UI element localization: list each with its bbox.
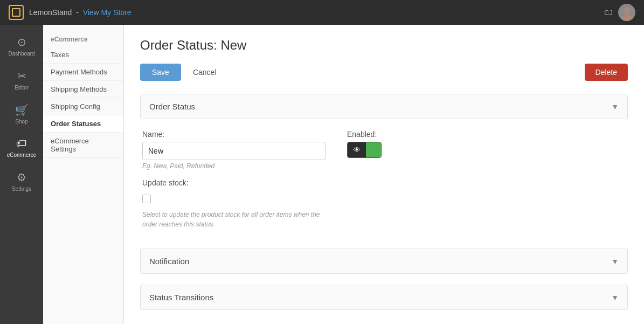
sidenav: ⊙ Dashboard ✂ Editor 🛒 Shop 🏷 eCommerce … (0, 25, 43, 324)
subnav-item-shipping-methods[interactable]: Shipping Methods (43, 81, 123, 98)
notification-section-header[interactable]: Notification ▼ (140, 249, 628, 274)
subnav-item-taxes[interactable]: Taxes (43, 46, 123, 64)
topbar-right: CJ (604, 4, 635, 21)
sidenav-label-shop: Shop (15, 119, 27, 125)
enabled-label: Enabled: (347, 130, 382, 139)
sidenav-item-dashboard[interactable]: ⊙ Dashboard (0, 30, 43, 62)
subnav-section-title: eCommerce (43, 30, 123, 46)
topbar-left: LemonStand - View My Store (9, 5, 131, 20)
topbar: LemonStand - View My Store CJ (0, 0, 644, 25)
notification-section-title: Notification (149, 257, 189, 266)
editor-icon: ✂ (17, 70, 26, 82)
name-group: Name: Eg. New, Paid, Refunded (142, 130, 326, 170)
action-bar: Save Cancel Delete (140, 64, 628, 81)
sidenav-label-editor: Editor (15, 85, 29, 91)
subnav-item-shipping-config[interactable]: Shipping Config (43, 98, 123, 115)
action-bar-left: Save Cancel (140, 64, 224, 81)
order-status-section-header[interactable]: Order Status ▼ (140, 94, 628, 119)
shop-icon: 🛒 (15, 104, 29, 116)
subnav-item-payment-methods[interactable]: Payment Methods (43, 64, 123, 81)
sidenav-label-dashboard: Dashboard (9, 51, 35, 57)
sidenav-item-ecommerce[interactable]: 🏷 eCommerce (0, 132, 43, 163)
name-hint: Eg. New, Paid, Refunded (142, 162, 326, 170)
order-status-form: Name: Eg. New, Paid, Refunded Enabled: 👁 (140, 130, 628, 249)
status-transitions-section-header[interactable]: Status Transitions ▼ (140, 285, 628, 310)
delete-button[interactable]: Delete (585, 64, 628, 81)
svg-point-0 (623, 7, 631, 15)
sidenav-item-editor[interactable]: ✂ Editor (0, 64, 43, 96)
update-stock-group: Update stock: Select to update the produ… (142, 178, 626, 229)
form-row-name-enabled: Name: Eg. New, Paid, Refunded Enabled: 👁 (142, 130, 626, 170)
logo-icon (9, 5, 24, 20)
status-transitions-section-title: Status Transitions (149, 293, 213, 302)
subnav: eCommerce Taxes Payment Methods Shipping… (43, 25, 124, 324)
user-initials: CJ (604, 9, 613, 17)
cancel-button[interactable]: Cancel (185, 64, 224, 81)
topbar-title: LemonStand - View My Store (29, 8, 131, 17)
subnav-item-order-statuses[interactable]: Order Statuses (43, 115, 123, 133)
brand-name: LemonStand (29, 8, 72, 17)
notification-chevron-icon: ▼ (611, 257, 619, 266)
main-content: Order Status: New Save Cancel Delete Ord… (124, 25, 644, 324)
name-label: Name: (142, 130, 326, 139)
eye-icon: 👁 (353, 146, 361, 154)
enabled-toggle[interactable]: 👁 (347, 142, 382, 158)
toggle-eye-left: 👁 (348, 142, 366, 157)
toggle-container: 👁 (347, 142, 382, 158)
sidenav-label-settings: Settings (12, 186, 31, 192)
stock-hint: Select to update the product stock for a… (142, 210, 326, 229)
status-transitions-chevron-icon: ▼ (611, 293, 619, 302)
order-status-chevron-icon: ▼ (611, 102, 619, 111)
settings-icon: ⚙ (17, 171, 26, 184)
svg-point-1 (621, 15, 633, 21)
avatar (618, 4, 635, 21)
subnav-item-ecommerce-settings[interactable]: eCommerce Settings (43, 133, 123, 158)
enabled-group: Enabled: 👁 (347, 130, 382, 170)
order-status-section-title: Order Status (149, 102, 195, 111)
sidenav-item-settings[interactable]: ⚙ Settings (0, 166, 43, 197)
ecommerce-icon: 🏷 (16, 137, 27, 150)
update-stock-row (142, 195, 626, 203)
sidenav-label-ecommerce: eCommerce (7, 152, 36, 158)
update-stock-checkbox[interactable] (142, 195, 151, 203)
page-title: Order Status: New (140, 38, 628, 53)
name-input[interactable] (142, 142, 326, 160)
save-button[interactable]: Save (140, 64, 181, 81)
dashboard-icon: ⊙ (17, 36, 26, 49)
view-store-link[interactable]: View My Store (83, 8, 131, 17)
sidenav-item-shop[interactable]: 🛒 Shop (0, 98, 43, 130)
toggle-on-right (366, 142, 381, 157)
update-stock-label: Update stock: (142, 178, 626, 187)
